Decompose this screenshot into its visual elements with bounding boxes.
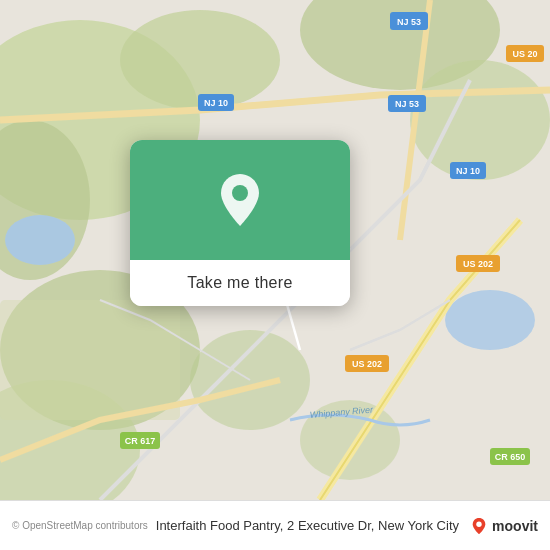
svg-text:NJ 53: NJ 53 [395, 99, 419, 109]
svg-text:US 202: US 202 [463, 259, 493, 269]
svg-point-33 [476, 521, 481, 526]
svg-point-10 [5, 215, 75, 265]
svg-text:US 202: US 202 [352, 359, 382, 369]
svg-text:NJ 10: NJ 10 [456, 166, 480, 176]
moovit-brand-text: moovit [492, 518, 538, 534]
take-me-there-button[interactable]: Take me there [130, 260, 350, 306]
location-address: Interfaith Food Pantry, 2 Executive Dr, … [156, 518, 462, 533]
svg-text:US 20: US 20 [512, 49, 537, 59]
map-container: NJ 53 NJ 10 NJ 53 US 20 NJ 10 US 202 US … [0, 0, 550, 500]
moovit-pin-icon [470, 517, 488, 535]
svg-point-11 [445, 290, 535, 350]
svg-text:CR 650: CR 650 [495, 452, 526, 462]
svg-text:CR 617: CR 617 [125, 436, 156, 446]
moovit-logo: moovit [470, 517, 538, 535]
bottom-bar: © OpenStreetMap contributors Interfaith … [0, 500, 550, 550]
svg-text:NJ 10: NJ 10 [204, 98, 228, 108]
svg-point-32 [232, 185, 248, 201]
location-card: Take me there [130, 140, 350, 306]
svg-rect-12 [0, 300, 180, 420]
card-map-area [130, 140, 350, 260]
svg-text:NJ 53: NJ 53 [397, 17, 421, 27]
copyright-text: © OpenStreetMap contributors [12, 520, 148, 531]
location-pin-icon [216, 172, 264, 228]
